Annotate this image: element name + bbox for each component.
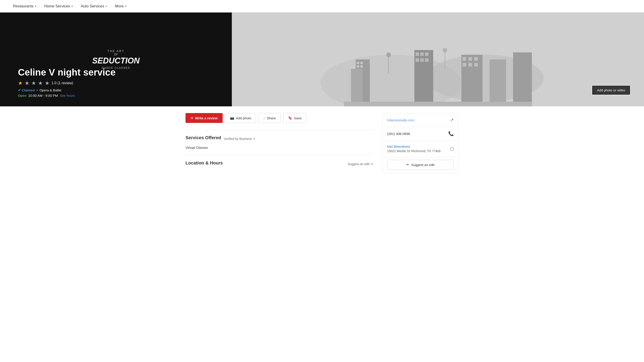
address-text: 15022 Westin Dr Richmond, TX 77406 (387, 149, 440, 153)
svg-rect-20 (462, 55, 483, 106)
chevron-down-icon: ▾ (125, 5, 126, 8)
svg-rect-25 (468, 63, 472, 67)
hero-overlay: Celine V night service ★ ★ ★ ★ ★ 1.0 (1 … (18, 67, 116, 97)
hours-row: Open 10:00 AM - 9:00 PM See hours (18, 94, 116, 97)
claimed-badge: ✔ Claimed (18, 88, 35, 92)
sidebar-website-item: hdancestudio.com ↗ (383, 113, 458, 127)
star-icon: ☆ (190, 116, 193, 120)
sidebar: hdancestudio.com ↗ (281) 406-0896 📞 Get … (382, 113, 458, 174)
main-column: ☆ Write a review 📷 Add photo ↑ Share 🔖 S… (186, 113, 374, 174)
svg-rect-16 (420, 58, 424, 62)
svg-rect-6 (360, 65, 363, 68)
share-label: Share (267, 116, 276, 120)
share-button[interactable]: ↑ Share (259, 113, 280, 123)
star-4: ★ (38, 80, 43, 86)
hero-section: THE ART OF SEDUCTION DANCE CLASSES (0, 12, 644, 106)
bookmark-icon: 🔖 (288, 116, 292, 120)
camera-icon: 📷 (230, 116, 234, 120)
svg-rect-14 (425, 52, 428, 56)
verified-icon: ✔ (253, 137, 256, 141)
svg-rect-27 (490, 59, 506, 106)
svg-rect-23 (474, 57, 478, 61)
dot-separator: • (36, 88, 38, 92)
services-header: Services Offered Verified by Business ✔ (186, 135, 374, 142)
star-1: ★ (18, 80, 23, 86)
claimed-label: Claimed (22, 88, 35, 92)
category-label: Opera & Ballet (40, 88, 62, 92)
add-photo-video-button[interactable]: Add photo or video (592, 85, 630, 95)
svg-rect-8 (351, 69, 363, 106)
location-hours-title: Location & Hours (186, 161, 223, 166)
write-review-button[interactable]: ☆ Write a review (186, 113, 223, 123)
svg-rect-21 (462, 57, 466, 61)
art-line1: THE ART (92, 49, 140, 53)
svg-rect-19 (444, 50, 445, 69)
art-line2: OF (92, 53, 140, 56)
website-link[interactable]: hdancestudio.com (387, 118, 414, 122)
sidebar-phone-item: (281) 406-0896 📞 (383, 127, 458, 141)
suggest-edit-btn-label: Suggest an edit (411, 163, 434, 167)
svg-rect-12 (416, 52, 419, 56)
nav-more-label: More (115, 4, 124, 8)
star-2: ★ (24, 80, 30, 86)
hero-background (232, 12, 644, 106)
suggest-edit-link-main[interactable]: Suggest an edit ✏ (348, 162, 374, 166)
phone-number: (281) 406-0896 (387, 132, 410, 136)
save-label: Save (294, 116, 302, 120)
share-icon: ↑ (263, 116, 265, 120)
location-hours-section: Location & Hours Suggest an edit ✏ (186, 161, 374, 167)
add-photo-label: Add photo (236, 116, 251, 120)
external-link-icon: ↗ (450, 117, 454, 123)
verified-label: Verified by Business (224, 137, 252, 141)
chevron-down-icon: ▾ (106, 5, 107, 8)
nav-more[interactable]: More ▾ (111, 0, 130, 12)
divider-2 (186, 155, 374, 155)
svg-rect-4 (360, 62, 363, 64)
nav-restaurants-label: Restaurants (13, 4, 34, 8)
service-item: Virtual Classes (186, 146, 374, 150)
svg-rect-15 (416, 58, 419, 62)
edit-icon: ✏ (371, 162, 374, 166)
navigation-bar: Restaurants ▾ Home Services ▾ Auto Servi… (0, 0, 644, 12)
services-title: Services Offered (186, 135, 221, 140)
meta-row: ✔ Claimed • Opera & Ballet (18, 88, 116, 92)
action-buttons: ☆ Write a review 📷 Add photo ↑ Share 🔖 S… (186, 113, 374, 123)
directions-block: Get Directions 15022 Westin Dr Richmond,… (387, 145, 440, 153)
services-section: Services Offered Verified by Business ✔ … (186, 135, 374, 150)
svg-rect-17 (425, 58, 428, 62)
svg-rect-5 (357, 65, 359, 68)
rating-text: 1.0 (1 review) (52, 81, 73, 85)
star-5: ★ (45, 80, 50, 86)
see-hours-link[interactable]: See hours (60, 94, 75, 97)
svg-rect-22 (468, 57, 472, 61)
save-button[interactable]: 🔖 Save (283, 113, 306, 123)
nav-auto-services[interactable]: Auto Services ▾ (77, 0, 111, 12)
suggest-edit-button[interactable]: ✏ Suggest an edit (387, 160, 454, 170)
directions-link[interactable]: Get Directions (387, 145, 440, 148)
phone-icon: 📞 (448, 131, 454, 136)
add-photo-button[interactable]: 📷 Add photo (225, 113, 256, 123)
sidebar-card: hdancestudio.com ↗ (281) 406-0896 📞 Get … (382, 113, 458, 174)
nav-home-services-label: Home Services (44, 4, 70, 8)
open-status: Open (18, 94, 26, 97)
directions-icon: ⬡ (450, 146, 454, 152)
svg-rect-28 (513, 52, 532, 107)
verified-badge: Verified by Business ✔ (224, 137, 256, 141)
location-hours-header: Location & Hours Suggest an edit ✏ (186, 161, 374, 167)
content-area: ☆ Write a review 📷 Add photo ↑ Share 🔖 S… (176, 106, 468, 180)
svg-rect-24 (462, 63, 466, 67)
pencil-icon: ✏ (406, 163, 409, 167)
art-line3: SEDUCTION (92, 56, 140, 65)
svg-rect-10 (388, 55, 389, 73)
divider-1 (186, 130, 374, 130)
write-review-label: Write a review (195, 116, 218, 120)
chevron-down-icon: ▾ (35, 5, 36, 8)
svg-rect-26 (474, 63, 478, 67)
svg-rect-13 (420, 52, 424, 56)
svg-rect-29 (344, 102, 532, 106)
star-3: ★ (31, 80, 36, 86)
nav-auto-services-label: Auto Services (81, 4, 104, 8)
nav-home-services[interactable]: Home Services ▾ (40, 0, 77, 12)
suggest-edit-label: Suggest an edit (348, 162, 370, 166)
nav-restaurants[interactable]: Restaurants ▾ (9, 0, 40, 12)
